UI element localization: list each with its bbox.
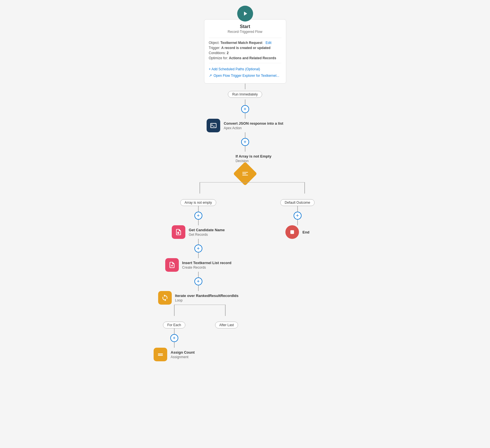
edit-link[interactable]: Edit	[266, 41, 271, 45]
left-connector-4	[198, 252, 199, 258]
after-last-label: After Last	[215, 322, 238, 328]
convert-json-node: Convert JSON response into a list Apex A…	[207, 119, 283, 132]
start-icon	[237, 6, 253, 22]
add-btn-2[interactable]: +	[241, 138, 249, 146]
decision-text: If Array is not Empty Decision	[236, 154, 271, 163]
left-add-btn-1[interactable]: +	[194, 212, 202, 220]
left-add-btn-3[interactable]: +	[194, 277, 202, 285]
insert-list-label: Insert Textkernel List record	[182, 261, 232, 265]
get-candidate-node: Get Candidate Name Get Records	[172, 225, 225, 239]
start-conditions: Conditions: 2	[209, 51, 281, 55]
right-add-btn[interactable]: +	[294, 212, 302, 220]
after-last-branch: After Last	[203, 322, 251, 328]
for-each-branch: For Each +	[146, 322, 203, 361]
left-connector-1	[198, 206, 199, 212]
assign-count-node: Assign Count Assignment	[154, 348, 195, 361]
loop-branch-svg	[146, 305, 251, 322]
right-branch-column: Default Outcome + End	[251, 199, 344, 239]
start-subtitle: Record-Triggered Flow	[209, 30, 281, 34]
svg-rect-12	[290, 230, 294, 234]
foreach-add-btn[interactable]: +	[170, 334, 178, 342]
decision-label: If Array is not Empty	[236, 154, 271, 158]
search-doc-icon-box	[172, 225, 185, 239]
run-immediately-label: Run Immediately	[228, 91, 262, 98]
assign-count-text: Assign Count Assignment	[171, 350, 195, 359]
foreach-connector-2	[174, 342, 175, 348]
loop-label: Iterate over RankedResultRecordIds	[175, 294, 239, 298]
left-connector-6	[198, 285, 199, 291]
default-outcome-label: Default Outcome	[280, 199, 314, 206]
decision-sublabel: Decision	[236, 159, 271, 163]
connector-5	[245, 146, 245, 152]
stop-icon-box	[285, 225, 299, 239]
right-connector-1	[297, 206, 298, 212]
end-node: End	[285, 225, 309, 239]
insert-list-text: Insert Textkernel List record Create Rec…	[182, 261, 232, 269]
array-not-empty-label: Array is not empty	[180, 199, 216, 206]
start-trigger: Trigger: A record is created or updated	[209, 46, 281, 50]
connector-2	[245, 99, 245, 105]
connector-3	[245, 113, 245, 119]
loop-sublabel: Loop	[175, 298, 239, 302]
svg-line-5	[179, 233, 179, 234]
insert-list-node: Insert Textkernel List record Create Rec…	[165, 258, 232, 272]
branch-section: Array is not empty +	[146, 182, 344, 361]
connector-1	[245, 84, 245, 89]
left-connector-5	[198, 272, 199, 277]
open-trigger-link[interactable]: ↗ Open Flow Trigger Explorer for Textker…	[209, 72, 281, 79]
insert-list-sublabel: Create Records	[182, 266, 232, 269]
start-title: Start	[209, 24, 281, 29]
terminal-icon-box	[207, 119, 220, 132]
end-text: End	[302, 230, 309, 234]
convert-json-sublabel: Apex Action	[224, 126, 283, 130]
loop-icon-box	[158, 291, 172, 305]
add-btn-1[interactable]: +	[241, 105, 249, 113]
for-each-label: For Each	[163, 322, 185, 328]
convert-json-label: Convert JSON response into a list	[224, 121, 283, 126]
loop-branches: For Each +	[146, 322, 251, 361]
get-candidate-label: Get Candidate Name	[189, 228, 225, 232]
start-optimize: Optimize for: Actions and Related Record…	[209, 56, 281, 60]
foreach-connector-1	[174, 328, 175, 334]
decision-diamond-row	[237, 165, 254, 182]
convert-json-text: Convert JSON response into a list Apex A…	[224, 121, 283, 130]
left-add-btn-2[interactable]: +	[194, 245, 202, 252]
left-connector-3	[198, 239, 199, 245]
add-scheduled-link[interactable]: + Add Scheduled Paths (Optional)	[209, 66, 281, 72]
branch-connector-svg	[146, 182, 344, 199]
connector-4	[245, 132, 245, 138]
get-candidate-text: Get Candidate Name Get Records	[189, 228, 225, 237]
get-candidate-sublabel: Get Records	[189, 233, 225, 237]
two-columns: Array is not empty +	[146, 199, 344, 361]
loop-text: Iterate over RankedResultRecordIds Loop	[175, 294, 239, 302]
svg-rect-11	[158, 355, 163, 356]
assign-count-label: Assign Count	[171, 350, 195, 354]
left-connector-2	[198, 220, 199, 225]
right-connector-2	[297, 220, 298, 225]
assign-count-sublabel: Assignment	[171, 355, 195, 359]
equals-icon-box	[154, 348, 167, 361]
flow-wrapper: Start Record-Triggered Flow Object: Text…	[0, 0, 490, 361]
plus-doc-icon-box	[165, 258, 179, 272]
loop-node: Iterate over RankedResultRecordIds Loop	[158, 291, 239, 305]
start-card: Start Record-Triggered Flow Object: Text…	[204, 19, 286, 84]
flow-canvas: Start Record-Triggered Flow Object: Text…	[0, 0, 490, 448]
svg-rect-10	[158, 354, 163, 354]
left-branch-column: Array is not empty +	[146, 199, 251, 361]
end-label: End	[302, 230, 309, 234]
start-object: Object: Textkernel Match Request Edit	[209, 41, 281, 45]
